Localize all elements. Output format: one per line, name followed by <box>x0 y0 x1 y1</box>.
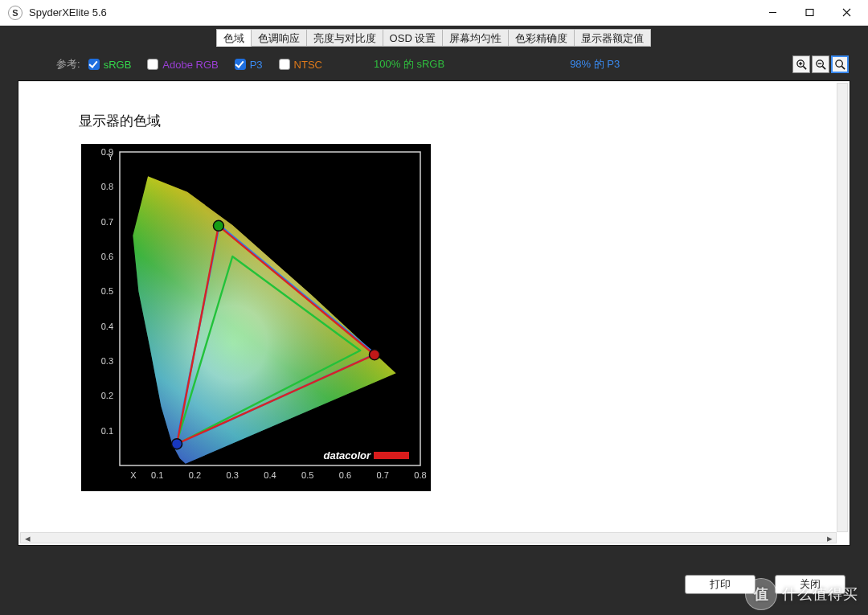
content-area: 显示器的色域 0.10.20.30.40.50.60.70.80.10.20.3… <box>18 80 850 546</box>
vertical-scrollbar[interactable] <box>837 83 848 532</box>
svg-text:0.7: 0.7 <box>101 217 113 227</box>
svg-text:0.2: 0.2 <box>101 391 113 400</box>
svg-text:0.8: 0.8 <box>101 182 113 191</box>
option-p3-label: P3 <box>250 59 263 71</box>
tab-contrast[interactable]: 亮度与对比度 <box>306 29 383 47</box>
footer: 打印 关闭 <box>0 575 868 599</box>
checkbox-srgb[interactable] <box>88 59 100 70</box>
option-srgb[interactable]: sRGB <box>88 59 132 71</box>
svg-text:0.1: 0.1 <box>101 426 113 436</box>
option-srgb-label: sRGB <box>104 59 132 71</box>
svg-text:0.6: 0.6 <box>339 470 351 480</box>
option-adobergb-label: Adobe RGB <box>162 59 218 71</box>
svg-text:0.2: 0.2 <box>189 470 201 480</box>
tab-uniform[interactable]: 屏幕均匀性 <box>442 29 509 47</box>
checkbox-ntsc[interactable] <box>279 59 290 70</box>
horizontal-scrollbar[interactable]: ◂ ▸ <box>20 532 837 543</box>
svg-text:0.4: 0.4 <box>264 470 276 480</box>
minimize-button[interactable] <box>754 1 791 25</box>
window-title: SpyderXElite 5.6 <box>29 6 107 18</box>
chart-title: 显示器的色域 <box>79 112 161 130</box>
svg-text:Y: Y <box>108 152 114 162</box>
print-button[interactable]: 打印 <box>685 575 755 594</box>
svg-point-30 <box>213 220 223 231</box>
checkbox-adobergb[interactable] <box>147 59 158 70</box>
option-adobergb[interactable]: Adobe RGB <box>147 59 218 71</box>
svg-point-29 <box>369 350 379 360</box>
svg-text:0.5: 0.5 <box>301 470 313 480</box>
svg-text:0.3: 0.3 <box>227 470 239 480</box>
svg-rect-0 <box>806 10 813 16</box>
svg-text:0.4: 0.4 <box>101 322 113 331</box>
checkbox-p3[interactable] <box>235 59 246 70</box>
svg-text:0.7: 0.7 <box>377 470 389 480</box>
app-body: 色域 色调响应 亮度与对比度 OSD 设置 屏幕均匀性 色彩精确度 显示器额定值… <box>0 26 868 615</box>
stat-p3: 98% 的 P3 <box>570 57 620 72</box>
svg-text:0.6: 0.6 <box>101 252 113 261</box>
zoom-in-button[interactable] <box>792 55 810 73</box>
options-bar: 参考: sRGB Adobe RGB P3 NTSC 100% 的 sRGB 9… <box>0 50 868 79</box>
option-ntsc-label: NTSC <box>294 59 322 71</box>
svg-point-3 <box>835 59 841 66</box>
titlebar: S SpyderXElite 5.6 <box>0 0 868 26</box>
close-button[interactable] <box>828 1 865 25</box>
scroll-left-icon[interactable]: ◂ <box>21 533 34 543</box>
zoom-group <box>792 55 849 73</box>
stat-srgb: 100% 的 sRGB <box>374 57 444 72</box>
tab-tone[interactable]: 色调响应 <box>251 29 307 47</box>
zoom-fit-button[interactable] <box>831 55 849 73</box>
svg-text:0.5: 0.5 <box>101 286 113 296</box>
app-icon: S <box>8 6 23 20</box>
scroll-right-icon[interactable]: ▸ <box>823 533 836 543</box>
svg-text:0.3: 0.3 <box>101 356 113 366</box>
svg-text:0.8: 0.8 <box>414 470 426 480</box>
svg-text:datacolor: datacolor <box>323 449 371 461</box>
svg-text:X: X <box>130 470 137 480</box>
reference-label: 参考: <box>56 57 80 72</box>
svg-text:0.1: 0.1 <box>151 470 163 480</box>
option-p3[interactable]: P3 <box>235 59 263 71</box>
chromaticity-chart: 0.10.20.30.40.50.60.70.80.10.20.30.40.50… <box>81 144 431 491</box>
close-dialog-button[interactable]: 关闭 <box>775 575 845 594</box>
tab-gamut[interactable]: 色域 <box>216 29 252 47</box>
tab-rating[interactable]: 显示器额定值 <box>574 29 651 47</box>
zoom-out-button[interactable] <box>812 55 829 73</box>
option-ntsc[interactable]: NTSC <box>279 59 322 71</box>
tab-bar: 色域 色调响应 亮度与对比度 OSD 设置 屏幕均匀性 色彩精确度 显示器额定值 <box>0 29 868 50</box>
tab-osd[interactable]: OSD 设置 <box>383 29 444 47</box>
tab-accuracy[interactable]: 色彩精确度 <box>508 29 575 47</box>
svg-rect-33 <box>374 452 409 459</box>
svg-point-31 <box>172 439 182 449</box>
maximize-button[interactable] <box>791 1 828 25</box>
